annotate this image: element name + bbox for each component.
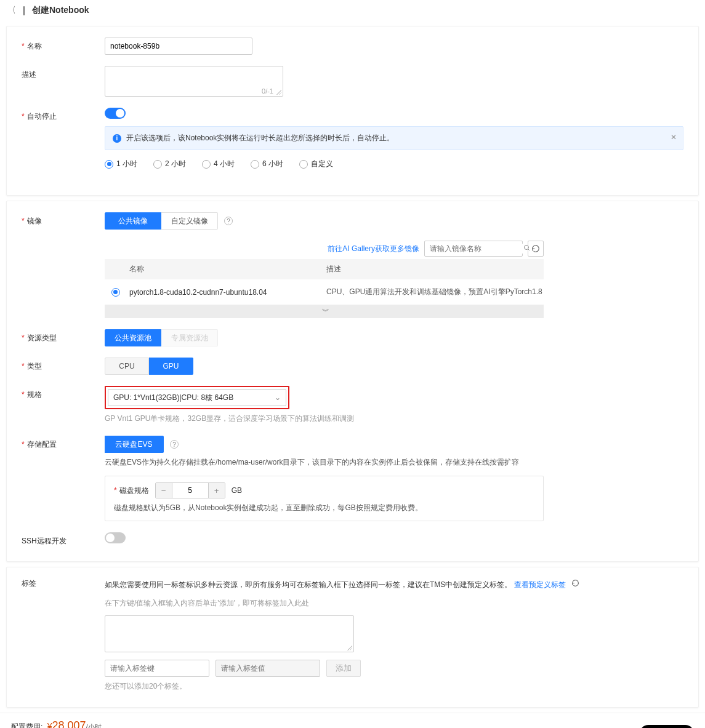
disk-value[interactable] [172,483,209,498]
tab-dedicated-pool[interactable]: 专属资源池 [161,329,218,346]
image-radio[interactable] [111,288,123,297]
tab-gpu[interactable]: GPU [149,358,193,375]
expand-button[interactable]: ︾ [105,305,544,318]
image-table: 名称 描述 pytorch1.8-cuda10.2-cudnn7-ubuntu1… [105,259,544,318]
predefined-tags-link[interactable]: 查看预定义标签 [514,580,566,589]
disk-box: *磁盘规格 − + GB 磁盘规格默认为5GB，从Notebook实例创建成功起… [105,476,544,521]
image-search[interactable] [424,241,523,257]
page-title: 创建Notebook [32,5,89,16]
label-ssh: SSH远程开发 [22,537,66,545]
tag-key-input[interactable] [105,660,209,677]
create-button[interactable]: 立即创建 [640,725,694,728]
row-name: pytorch1.8-cuda10.2-cudnn7-ubuntu18.04 [129,288,326,297]
radio-4h[interactable]: 4 小时 [202,159,235,169]
disk-hint: 磁盘规格默认为5GB，从Notebook实例创建成功起，直至删除成功，每GB按照… [114,502,534,514]
label-spec: 规格 [27,390,42,399]
autostop-options: 1 小时 2 小时 4 小时 6 小时 自定义 [105,159,683,169]
radio-1h[interactable]: 1 小时 [105,159,137,169]
tags-remain: 您还可以添加20个标签。 [105,681,683,692]
tags-textarea[interactable] [105,615,354,652]
info-icon: i [113,134,121,143]
label-image: 镜像 [27,217,42,225]
radio-2h[interactable]: 2 小时 [153,159,186,169]
price-value: 28.007 [52,719,86,728]
banner-text: 开启该选项后，该Notebook实例将在运行时长超出您所选择的时长后，自动停止。 [126,133,394,143]
card-tags: 标签 如果您需要使用同一标签标识多种云资源，即所有服务均可在标签输入框下拉选择同… [6,567,699,708]
disk-stepper[interactable]: − + [155,482,225,498]
card-config: *镜像 公共镜像 自定义镜像 ? 前往AI Gallery获取更多镜像 [6,201,699,562]
radio-6h[interactable]: 6 小时 [251,159,283,169]
tag-value-input [216,660,320,677]
spec-select[interactable]: GPU: 1*Vnt1(32GB)|CPU: 8核 64GB ⌄ [108,389,286,406]
refresh-tags-icon[interactable] [571,580,579,589]
back-icon[interactable]: 〈 [7,5,16,16]
char-count: 0/-1 [262,87,273,95]
disk-label: 磁盘规格 [119,486,149,495]
help-icon[interactable]: ? [170,440,179,449]
desc-textarea[interactable]: 0/-1 [105,66,283,97]
autostop-toggle[interactable] [105,108,126,119]
tags-line1: 如果您需要使用同一标签标识多种云资源，即所有服务均可在标签输入框下拉选择同一标签… [105,580,512,589]
row-desc: CPU、GPU通用算法开发和训练基础镜像，预置AI引擎PyTorch1.8 [326,287,544,297]
label-name: 名称 [27,42,42,50]
th-desc: 描述 [326,264,544,274]
price-per: /小时 [86,723,102,728]
spec-highlight: GPU: 1*Vnt1(32GB)|CPU: 8核 64GB ⌄ [105,386,289,409]
ssh-toggle[interactable] [105,532,126,543]
disk-unit: GB [232,486,242,495]
name-input[interactable] [105,38,252,55]
label-resource: 资源类型 [27,334,57,342]
spec-value: GPU: 1*Vnt1(32GB)|CPU: 8核 64GB [113,393,233,403]
stepper-plus[interactable]: + [209,483,225,498]
storage-hint: 云硬盘EVS作为持久化存储挂载在/home/ma-user/work目录下，该目… [105,457,683,468]
tab-cpu[interactable]: CPU [105,358,149,375]
label-autostop: 自动停止 [27,112,57,121]
stepper-minus[interactable]: − [156,483,172,498]
header-bar: ｜ [20,5,28,16]
th-name: 名称 [129,264,326,274]
refresh-button[interactable] [528,241,544,257]
tab-public-pool[interactable]: 公共资源池 [105,329,161,346]
gallery-link[interactable]: 前往AI Gallery获取更多镜像 [328,244,419,254]
label-storage: 存储配置 [27,440,57,449]
label-tags: 标签 [22,579,36,588]
tags-line2: 在下方键/值输入框输入内容后单击'添加'，即可将标签加入此处 [105,598,683,609]
cost-label: 配置费用: [11,722,42,728]
radio-custom[interactable]: 自定义 [299,159,333,169]
label-type: 类型 [27,362,42,370]
tab-evs[interactable]: 云硬盘EVS [105,436,164,453]
add-tag-button[interactable]: 添加 [326,660,361,677]
image-search-input[interactable] [429,244,523,254]
close-icon[interactable]: ✕ [671,133,677,142]
tab-public-image[interactable]: 公共镜像 [105,212,161,230]
table-row[interactable]: pytorch1.8-cuda10.2-cudnn7-ubuntu18.04 C… [105,279,544,305]
help-icon[interactable]: ? [224,217,233,225]
spec-hint: GP Vnt1 GPU单卡规格，32GB显存，适合深度学习场景下的算法训练和调测 [105,413,683,425]
tab-custom-image[interactable]: 自定义镜像 [161,212,218,230]
autostop-banner: i 开启该选项后，该Notebook实例将在运行时长超出您所选择的时长后，自动停… [105,126,683,150]
footer: 配置费用: ¥28.007/小时 🎁 优先扣减免费套餐用量， 了解更多 立即创建 [0,713,705,728]
chevron-down-icon: ⌄ [275,393,281,402]
card-basic: *名称 描述 0/-1 *自动停止 i 开启该选项后，该Notebook实例将在… [6,26,699,196]
label-desc: 描述 [22,70,36,79]
